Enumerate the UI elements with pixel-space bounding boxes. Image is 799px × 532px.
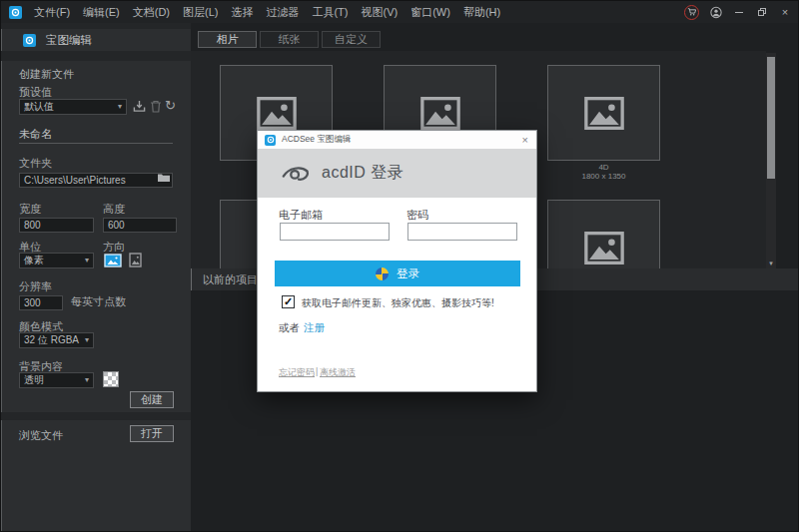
- transparency-swatch[interactable]: [103, 371, 119, 387]
- previous-projects-label: 以前的项目: [203, 272, 258, 287]
- preset-caption-name: 4D: [547, 163, 660, 172]
- menu-help[interactable]: 帮助(H): [463, 5, 500, 20]
- tab-custom[interactable]: 自定义: [322, 31, 381, 48]
- background-dropdown[interactable]: 透明 ▾: [19, 372, 94, 388]
- file-name-field[interactable]: 未命名: [19, 127, 52, 142]
- folder-label: 文件夹: [19, 156, 52, 171]
- scroll-down-arrow-icon[interactable]: ▾: [766, 260, 776, 267]
- color-mode-value: 32 位 RGBA: [24, 333, 79, 347]
- password-label: 密码: [406, 208, 428, 223]
- photo-editor-icon: [23, 34, 36, 47]
- sidebar-app-title: 宝图编辑: [46, 33, 92, 48]
- preset-tabs: 相片 纸张 自定义: [198, 31, 381, 48]
- scrollbar-track[interactable]: ▾: [766, 53, 776, 268]
- folder-field: [19, 170, 173, 188]
- email-label: 电子邮箱: [279, 208, 323, 223]
- acdid-logo-icon: [376, 267, 389, 280]
- folder-path-input[interactable]: [19, 173, 173, 188]
- app-logo-icon: [9, 6, 22, 19]
- password-input[interactable]: [407, 223, 517, 241]
- forgot-password-link[interactable]: 忘记密码: [279, 366, 315, 379]
- menu-view[interactable]: 视图(V): [362, 5, 399, 20]
- delete-preset-icon[interactable]: [148, 99, 163, 114]
- unit-dropdown[interactable]: 像素 ▾: [19, 253, 94, 268]
- resolution-unit-label: 每英寸点数: [71, 294, 126, 309]
- acdid-login-dialog: ACDSee 宝图编辑 × acdID 登录 电子邮箱 密码 登录 ✓ 获取电子…: [257, 130, 537, 392]
- menu-edit[interactable]: 编辑(E): [83, 5, 120, 20]
- chevron-down-icon: ▾: [85, 376, 89, 384]
- tab-paper[interactable]: 纸张: [260, 31, 319, 48]
- create-section-title: 创建新文件: [19, 67, 74, 82]
- dialog-app-icon: [265, 135, 276, 146]
- menu-filter[interactable]: 过滤器: [266, 5, 299, 20]
- minimize-icon[interactable]: [733, 6, 745, 18]
- image-placeholder-icon: [584, 97, 624, 130]
- image-placeholder-icon: [257, 97, 297, 130]
- resolution-input[interactable]: [19, 295, 63, 310]
- width-input[interactable]: [19, 218, 94, 233]
- or-text: 或者: [279, 321, 300, 335]
- restore-icon[interactable]: [756, 6, 768, 18]
- preset-card[interactable]: [547, 200, 660, 268]
- dialog-titlebar[interactable]: ACDSee 宝图编辑 ×: [258, 131, 536, 149]
- landscape-icon[interactable]: [103, 253, 122, 267]
- login-button[interactable]: 登录: [275, 261, 520, 286]
- register-link[interactable]: 注册: [304, 321, 325, 335]
- close-icon[interactable]: ×: [779, 6, 791, 18]
- folder-icon[interactable]: [157, 172, 171, 183]
- color-mode-dropdown[interactable]: 32 位 RGBA ▾: [19, 332, 94, 348]
- preset-caption: 4D 1800 x 1350: [547, 163, 660, 181]
- menu-select[interactable]: 选择: [231, 5, 253, 20]
- preset-dropdown-value: 默认值: [24, 100, 54, 114]
- eye-glyph: [11, 8, 20, 17]
- preset-card-4d[interactable]: [547, 65, 660, 161]
- email-input[interactable]: [280, 223, 390, 241]
- dialog-heading: acdID 登录: [322, 163, 403, 184]
- newsletter-checkbox-label: 获取电子邮件更新、独家优惠、摄影技巧等!: [302, 296, 494, 310]
- chevron-down-icon: ▾: [85, 257, 89, 265]
- menu-window[interactable]: 窗口(W): [410, 5, 450, 20]
- chevron-down-icon: ▾: [85, 336, 89, 344]
- chevron-down-icon: ▾: [118, 103, 122, 111]
- offline-activation-link[interactable]: 离线激活: [320, 366, 356, 379]
- newsletter-checkbox[interactable]: ✓: [282, 295, 295, 308]
- portrait-icon[interactable]: [126, 253, 145, 267]
- unit-dropdown-value: 像素: [24, 254, 44, 267]
- dialog-header: acdID 登录: [258, 149, 536, 198]
- buy-cart-icon[interactable]: [684, 5, 699, 20]
- height-input[interactable]: [103, 218, 177, 233]
- scrollbar-thumb[interactable]: [767, 57, 775, 179]
- menu-document[interactable]: 文档(D): [133, 5, 170, 20]
- open-button[interactable]: 打开: [130, 425, 174, 442]
- save-preset-icon[interactable]: [132, 99, 147, 114]
- create-button[interactable]: 创建: [130, 391, 174, 408]
- dialog-close-icon[interactable]: ×: [522, 135, 536, 146]
- image-placeholder-icon: [420, 97, 460, 130]
- app-window: 文件(F) 编辑(E) 文档(D) 图层(L) 选择 过滤器 工具(T) 视图(…: [0, 0, 799, 532]
- menu-layer[interactable]: 图层(L): [183, 5, 218, 20]
- reset-preset-icon[interactable]: ↻: [163, 98, 178, 113]
- preset-dropdown[interactable]: 默认值 ▾: [19, 99, 127, 115]
- image-placeholder-icon: [584, 232, 624, 265]
- background-value: 透明: [24, 373, 44, 387]
- name-underline: [19, 143, 173, 144]
- sidebar-header: 宝图编辑: [1, 29, 191, 51]
- acdsee-eye-icon: [282, 164, 310, 184]
- browse-section-title: 浏览文件: [19, 428, 63, 443]
- link-separator: |: [316, 366, 318, 376]
- dialog-title: ACDSee 宝图编辑: [282, 134, 351, 146]
- tab-photos[interactable]: 相片: [198, 31, 257, 48]
- account-icon[interactable]: [710, 6, 722, 18]
- preset-label: 预设值: [19, 85, 52, 100]
- login-button-label: 登录: [397, 266, 419, 281]
- menu-file[interactable]: 文件(F): [34, 5, 70, 20]
- preset-caption-size: 1800 x 1350: [547, 172, 660, 181]
- titlebar: 文件(F) 编辑(E) 文档(D) 图层(L) 选择 过滤器 工具(T) 视图(…: [1, 1, 799, 23]
- menu-tools[interactable]: 工具(T): [312, 5, 348, 20]
- sidebar: 宝图编辑 创建新文件 预设值 默认值 ▾ ↻ 未命名 文件夹 宽度 高度 单位: [1, 23, 191, 532]
